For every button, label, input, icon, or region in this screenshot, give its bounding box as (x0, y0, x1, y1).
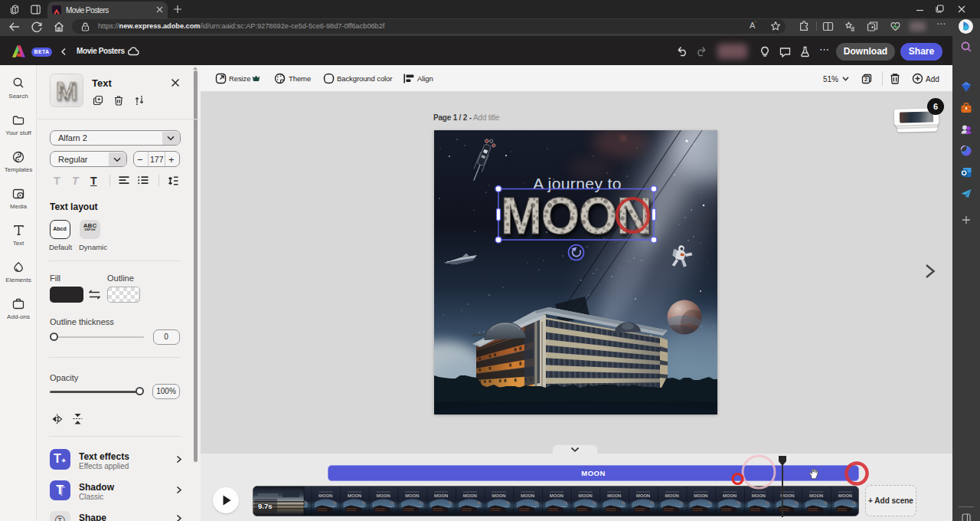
svg-text:M: M (56, 76, 77, 105)
svg-text:2: 2 (864, 76, 867, 83)
svg-text:MOON: MOON (501, 186, 652, 244)
